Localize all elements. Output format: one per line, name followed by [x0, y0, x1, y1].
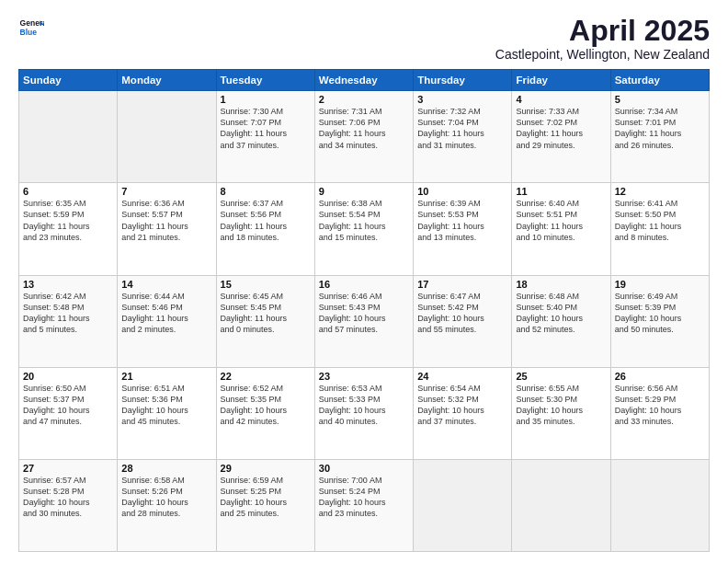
day-number: 26	[615, 371, 705, 382]
table-row: 3Sunrise: 7:32 AM Sunset: 7:04 PM Daylig…	[414, 91, 512, 183]
table-row: 19Sunrise: 6:49 AM Sunset: 5:39 PM Dayli…	[610, 275, 709, 367]
page: General Blue April 2025 Castlepoint, Wel…	[0, 0, 728, 563]
table-row: 24Sunrise: 6:54 AM Sunset: 5:32 PM Dayli…	[414, 367, 512, 459]
day-number: 18	[516, 279, 606, 290]
header-monday: Monday	[118, 70, 216, 91]
subtitle: Castlepoint, Wellington, New Zealand	[495, 47, 710, 62]
title-block: April 2025 Castlepoint, Wellington, New …	[495, 15, 710, 62]
day-info: Sunrise: 6:35 AM Sunset: 5:59 PM Dayligh…	[23, 198, 113, 243]
day-number: 15	[221, 279, 311, 290]
table-row: 16Sunrise: 6:46 AM Sunset: 5:43 PM Dayli…	[314, 275, 413, 367]
day-number: 29	[221, 463, 311, 474]
day-info: Sunrise: 6:56 AM Sunset: 5:29 PM Dayligh…	[615, 383, 705, 428]
table-row: 9Sunrise: 6:38 AM Sunset: 5:54 PM Daylig…	[314, 183, 413, 275]
header-sunday: Sunday	[19, 70, 118, 91]
day-number: 17	[417, 279, 507, 290]
day-number: 3	[417, 94, 507, 105]
day-info: Sunrise: 6:47 AM Sunset: 5:42 PM Dayligh…	[417, 291, 507, 336]
table-row	[414, 459, 512, 551]
table-row: 13Sunrise: 6:42 AM Sunset: 5:48 PM Dayli…	[19, 275, 118, 367]
day-number: 27	[23, 463, 113, 474]
day-info: Sunrise: 6:48 AM Sunset: 5:40 PM Dayligh…	[516, 291, 606, 336]
day-info: Sunrise: 6:36 AM Sunset: 5:57 PM Dayligh…	[121, 198, 211, 243]
table-row: 14Sunrise: 6:44 AM Sunset: 5:46 PM Dayli…	[118, 275, 216, 367]
day-info: Sunrise: 6:52 AM Sunset: 5:35 PM Dayligh…	[221, 383, 311, 428]
table-row: 8Sunrise: 6:37 AM Sunset: 5:56 PM Daylig…	[216, 183, 314, 275]
table-row: 28Sunrise: 6:58 AM Sunset: 5:26 PM Dayli…	[118, 459, 216, 551]
day-info: Sunrise: 6:51 AM Sunset: 5:36 PM Dayligh…	[121, 383, 211, 428]
table-row: 10Sunrise: 6:39 AM Sunset: 5:53 PM Dayli…	[414, 183, 512, 275]
logo-icon: General Blue	[18, 15, 44, 40]
day-number: 16	[319, 279, 409, 290]
day-number: 22	[221, 371, 311, 382]
day-number: 8	[221, 186, 311, 197]
day-info: Sunrise: 6:45 AM Sunset: 5:45 PM Dayligh…	[221, 291, 311, 336]
calendar-week-row: 13Sunrise: 6:42 AM Sunset: 5:48 PM Dayli…	[19, 275, 710, 367]
day-number: 13	[23, 279, 113, 290]
table-row: 18Sunrise: 6:48 AM Sunset: 5:40 PM Dayli…	[512, 275, 610, 367]
calendar-week-row: 27Sunrise: 6:57 AM Sunset: 5:28 PM Dayli…	[19, 459, 710, 551]
calendar-week-row: 20Sunrise: 6:50 AM Sunset: 5:37 PM Dayli…	[19, 367, 710, 459]
day-info: Sunrise: 7:34 AM Sunset: 7:01 PM Dayligh…	[615, 106, 705, 151]
day-number: 23	[319, 371, 409, 382]
table-row	[118, 91, 216, 183]
day-info: Sunrise: 6:38 AM Sunset: 5:54 PM Dayligh…	[319, 198, 409, 243]
day-info: Sunrise: 7:30 AM Sunset: 7:07 PM Dayligh…	[221, 106, 311, 151]
day-info: Sunrise: 6:55 AM Sunset: 5:30 PM Dayligh…	[516, 383, 606, 428]
day-info: Sunrise: 6:40 AM Sunset: 5:51 PM Dayligh…	[516, 198, 606, 243]
table-row: 12Sunrise: 6:41 AM Sunset: 5:50 PM Dayli…	[610, 183, 709, 275]
day-info: Sunrise: 6:49 AM Sunset: 5:39 PM Dayligh…	[615, 291, 705, 336]
table-row: 4Sunrise: 7:33 AM Sunset: 7:02 PM Daylig…	[512, 91, 610, 183]
header-friday: Friday	[512, 70, 610, 91]
day-info: Sunrise: 6:50 AM Sunset: 5:37 PM Dayligh…	[23, 383, 113, 428]
day-number: 4	[516, 94, 606, 105]
table-row: 1Sunrise: 7:30 AM Sunset: 7:07 PM Daylig…	[216, 91, 314, 183]
table-row: 11Sunrise: 6:40 AM Sunset: 5:51 PM Dayli…	[512, 183, 610, 275]
day-number: 11	[516, 186, 606, 197]
day-info: Sunrise: 7:32 AM Sunset: 7:04 PM Dayligh…	[417, 106, 507, 151]
table-row	[610, 459, 709, 551]
day-number: 12	[615, 186, 705, 197]
header-wednesday: Wednesday	[314, 70, 413, 91]
table-row	[19, 91, 118, 183]
day-number: 21	[121, 371, 211, 382]
svg-text:Blue: Blue	[20, 28, 38, 37]
table-row: 26Sunrise: 6:56 AM Sunset: 5:29 PM Dayli…	[610, 367, 709, 459]
day-number: 9	[319, 186, 409, 197]
day-number: 10	[417, 186, 507, 197]
day-info: Sunrise: 6:54 AM Sunset: 5:32 PM Dayligh…	[417, 383, 507, 428]
table-row: 5Sunrise: 7:34 AM Sunset: 7:01 PM Daylig…	[610, 91, 709, 183]
table-row: 22Sunrise: 6:52 AM Sunset: 5:35 PM Dayli…	[216, 367, 314, 459]
table-row: 23Sunrise: 6:53 AM Sunset: 5:33 PM Dayli…	[314, 367, 413, 459]
calendar-week-row: 6Sunrise: 6:35 AM Sunset: 5:59 PM Daylig…	[19, 183, 710, 275]
calendar-week-row: 1Sunrise: 7:30 AM Sunset: 7:07 PM Daylig…	[19, 91, 710, 183]
day-number: 2	[319, 94, 409, 105]
day-info: Sunrise: 6:59 AM Sunset: 5:25 PM Dayligh…	[221, 475, 311, 520]
day-info: Sunrise: 6:53 AM Sunset: 5:33 PM Dayligh…	[319, 383, 409, 428]
day-number: 30	[319, 463, 409, 474]
day-number: 1	[221, 94, 311, 105]
day-info: Sunrise: 6:58 AM Sunset: 5:26 PM Dayligh…	[121, 475, 211, 520]
table-row: 30Sunrise: 7:00 AM Sunset: 5:24 PM Dayli…	[314, 459, 413, 551]
day-number: 6	[23, 186, 113, 197]
day-number: 20	[23, 371, 113, 382]
table-row: 29Sunrise: 6:59 AM Sunset: 5:25 PM Dayli…	[216, 459, 314, 551]
day-info: Sunrise: 6:57 AM Sunset: 5:28 PM Dayligh…	[23, 475, 113, 520]
day-info: Sunrise: 7:31 AM Sunset: 7:06 PM Dayligh…	[319, 106, 409, 151]
table-row: 15Sunrise: 6:45 AM Sunset: 5:45 PM Dayli…	[216, 275, 314, 367]
day-info: Sunrise: 6:46 AM Sunset: 5:43 PM Dayligh…	[319, 291, 409, 336]
header-tuesday: Tuesday	[216, 70, 314, 91]
day-number: 28	[121, 463, 211, 474]
calendar-header-row: Sunday Monday Tuesday Wednesday Thursday…	[19, 70, 710, 91]
table-row: 21Sunrise: 6:51 AM Sunset: 5:36 PM Dayli…	[118, 367, 216, 459]
table-row: 7Sunrise: 6:36 AM Sunset: 5:57 PM Daylig…	[118, 183, 216, 275]
table-row: 27Sunrise: 6:57 AM Sunset: 5:28 PM Dayli…	[19, 459, 118, 551]
table-row: 25Sunrise: 6:55 AM Sunset: 5:30 PM Dayli…	[512, 367, 610, 459]
day-info: Sunrise: 7:00 AM Sunset: 5:24 PM Dayligh…	[319, 475, 409, 520]
table-row: 20Sunrise: 6:50 AM Sunset: 5:37 PM Dayli…	[19, 367, 118, 459]
day-number: 14	[121, 279, 211, 290]
day-info: Sunrise: 6:42 AM Sunset: 5:48 PM Dayligh…	[23, 291, 113, 336]
header-thursday: Thursday	[414, 70, 512, 91]
day-info: Sunrise: 7:33 AM Sunset: 7:02 PM Dayligh…	[516, 106, 606, 151]
table-row: 6Sunrise: 6:35 AM Sunset: 5:59 PM Daylig…	[19, 183, 118, 275]
